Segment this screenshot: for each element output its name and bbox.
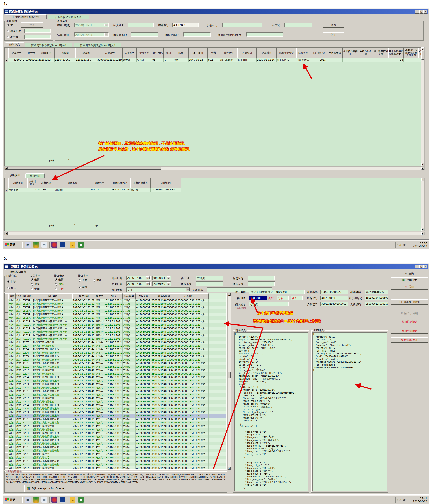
network-warning-icon[interactable]: ⚠ <box>399 498 401 501</box>
date-to-combo[interactable]: 2026年 2月 3日▼ <box>74 32 109 37</box>
log-column-header[interactable]: 社会保障号 <box>151 294 177 299</box>
button-费用明细撤销[interactable]: 费用明细撤销 <box>391 328 428 334</box>
radio-icon[interactable] <box>7 36 9 38</box>
radio-icon[interactable] <box>7 24 9 26</box>
log-row[interactable]: 返回成功2203[国家]门诊就诊信息上传2026-02-02 10:39:06史… <box>5 439 226 442</box>
row-select-box[interactable] <box>5 379 8 383</box>
radio-icon[interactable] <box>55 288 57 290</box>
row-select-box[interactable] <box>5 302 8 306</box>
log-row[interactable]: 发送成功2207[国家]门诊结算收费2026-02-02 10:39:09史义兵… <box>5 428 226 432</box>
chevron-down-icon[interactable]: ▼ <box>104 33 108 36</box>
sql-navigator-window[interactable]: SQL Navigator for Oracle <box>25 485 75 492</box>
row-select-box[interactable] <box>5 442 8 445</box>
row-select-box[interactable] <box>5 358 8 362</box>
row-select-box[interactable] <box>5 417 8 421</box>
name-input[interactable]: 方瑞贞 <box>196 276 223 280</box>
log-column-header[interactable]: 接口编码 <box>22 294 33 299</box>
row-select-box[interactable] <box>5 459 8 463</box>
app-swirl-icon[interactable] <box>33 497 39 503</box>
w1-column-header[interactable]: 性别 <box>164 48 173 58</box>
w1-column-header[interactable]: 基本医疗保险统筹基金支付比例 <box>404 48 418 58</box>
r-app-icon[interactable]: R <box>78 242 84 248</box>
w1-column-header[interactable]: 基本医疗保险统筹基金支出 <box>388 48 404 58</box>
log-row[interactable]: 发送成功2203[国家]门诊就诊信息上传2026-02-02 10:39:59史… <box>5 414 226 417</box>
row-select-box[interactable] <box>5 320 8 323</box>
row-select-box[interactable] <box>5 372 8 376</box>
bill-no-input[interactable]: 4330942 <box>172 23 199 27</box>
row-select-box[interactable] <box>5 421 8 424</box>
row-select-box[interactable] <box>5 351 8 355</box>
w1-column-header[interactable]: 就诊凭证类型 <box>277 48 296 58</box>
end-time-spinner[interactable]: 23:59:59⇅ <box>152 281 171 286</box>
tab-fee-detail[interactable]: 费用明细 <box>25 173 44 178</box>
scroll-right-icon[interactable]: ▶ <box>421 167 424 170</box>
row-select-box[interactable] <box>5 323 8 327</box>
visit-info-input[interactable] <box>25 29 51 33</box>
close-icon[interactable]: × <box>423 265 427 268</box>
response-panel-body[interactable]: { "output": null, "infcode": 0, "warn_ms… <box>312 332 387 491</box>
w1-column-header[interactable]: 超限价自费费用 <box>343 48 358 58</box>
log-row[interactable]: 返回成功2204[国家]门诊费用明细上传2026-02-02 10:40:03史… <box>5 404 226 407</box>
row-select-box[interactable] <box>5 337 8 341</box>
log-column-header[interactable]: 接口名称 <box>33 294 72 299</box>
log-row[interactable]: 返回成功1101[国家]人员基本信息获取2026-02-02 10:39:57史… <box>5 417 226 421</box>
scroll-down-icon[interactable]: ▼ <box>421 163 424 166</box>
log-row[interactable]: 返回成功2204[国家]门诊费用明细上传2026-02-02 11:44:25史… <box>5 348 226 351</box>
log-row[interactable]: 发送成功3505A[国家]进销存管理商品销售A2026-02-02 21:27:… <box>5 309 226 313</box>
chevron-left-icon[interactable]: « <box>397 243 398 246</box>
radio-option-旧版[interactable]: 旧版 <box>93 279 102 282</box>
spinner-icon[interactable]: ⇅ <box>167 282 170 285</box>
detail-no-input[interactable] <box>246 32 283 37</box>
diag-column-header[interactable]: 诊断类别 <box>8 178 27 188</box>
log-row[interactable]: 发送成功2207[国家]门诊结算收费2026-02-02 10:40:53史义兵… <box>5 372 226 376</box>
log-row[interactable]: 返回成功1101[国家]人员基本信息获取2026-02-02 10:38:58史… <box>5 459 226 463</box>
rx-no-batch-input[interactable] <box>25 35 51 39</box>
w1-column-header[interactable]: 人员编号 <box>97 48 123 58</box>
folder-icon[interactable]: ▰ <box>70 242 76 248</box>
monitor-icon[interactable] <box>60 497 65 503</box>
tab-outpatient-settlement[interactable]: 门诊医保结算数据查询 <box>5 14 47 19</box>
log-row[interactable]: 发送成功2204[国家]门诊费用明细上传2026-02-02 10:40:51史… <box>5 379 226 383</box>
log-row[interactable]: 返回成功1101[国家]人员基本信息获取2026-02-02 10:40:46史… <box>5 390 226 393</box>
notepad-icon[interactable]: ▤ <box>42 497 47 503</box>
row-select-box[interactable] <box>5 369 8 372</box>
row-select-box[interactable] <box>5 316 8 320</box>
log-row[interactable]: 返回成功2203[国家]门诊就诊信息上传2026-02-02 10:40:00史… <box>5 411 226 414</box>
row-select-box[interactable] <box>5 396 8 400</box>
w1-column-header[interactable]: 全自费金额 <box>327 48 343 58</box>
radio-icon[interactable] <box>55 279 57 281</box>
spinner-icon[interactable]: ⇅ <box>167 277 170 279</box>
tab-diagnosis-detail[interactable]: 诊断明细 <box>5 173 25 178</box>
maximize-icon[interactable]: □ <box>419 265 423 268</box>
log-row[interactable]: 返回成功2207[国家]门诊结算收费2026-02-02 11:44:29史义兵… <box>5 341 226 344</box>
radio-icon[interactable] <box>31 288 33 290</box>
log-row[interactable]: 发送成功2204[国家]门诊费用明细上传2026-02-02 10:39:07史… <box>5 435 226 439</box>
log-row[interactable]: 发送成功4101A医疗保障基金结算清单信息上传2026-02-02 18:14:… <box>5 323 226 327</box>
row-select-box[interactable] <box>5 309 8 313</box>
w1-column-header[interactable]: 先行自付金额 <box>358 48 373 58</box>
request-panel-body[interactable]: { "infno": "2203", "msgid": "H3501020022… <box>234 332 308 491</box>
scroll-left-icon[interactable]: ◀ <box>5 167 8 170</box>
interface-id-field[interactable]: 5588881 <box>249 296 267 300</box>
log-row[interactable]: 发送成功2203[国家]门诊就诊信息上传2026-02-02 10:39:05史… <box>5 442 226 445</box>
radio-icon[interactable] <box>78 286 81 288</box>
log-row[interactable]: 返回成功2201[国家]门诊挂号2026-02-02 10:39:02史义兵19… <box>5 452 226 456</box>
row-select-box[interactable] <box>5 404 8 407</box>
log-row[interactable]: 发送成功2203[国家]门诊就诊信息上传2026-02-02 10:40:48史… <box>5 386 226 390</box>
diag-hscrollbar[interactable]: ◀ ▶ <box>4 232 424 235</box>
maximize-icon[interactable]: □ <box>419 10 423 14</box>
row-select-box[interactable] <box>5 334 8 337</box>
button-费用结算撤销[interactable]: 费用结算撤销 <box>391 319 428 324</box>
start-button[interactable]: 开始 <box>4 496 20 503</box>
row-select-box[interactable] <box>5 383 8 386</box>
log-column-header[interactable]: 请求 <box>8 294 16 299</box>
w1-column-header[interactable]: 就诊id <box>54 48 76 58</box>
grid-vscrollbar[interactable]: ▲ ▼ <box>421 47 424 166</box>
log-row[interactable]: 发送成功2207[国家]门诊结算收费2026-02-02 11:44:26史义兵… <box>5 344 226 348</box>
w1-column-header[interactable]: 结算单号 <box>8 48 25 58</box>
scroll-up-icon[interactable]: ▲ <box>421 178 424 181</box>
radio-option-失败[interactable]: 失败 <box>55 287 64 291</box>
w1-column-header[interactable]: 结算id <box>76 48 97 58</box>
row-select-box[interactable] <box>5 456 8 459</box>
log-row[interactable]: 返回成功1101[国家]人员基本信息获取2026-02-02 10:39:04史… <box>5 445 226 449</box>
